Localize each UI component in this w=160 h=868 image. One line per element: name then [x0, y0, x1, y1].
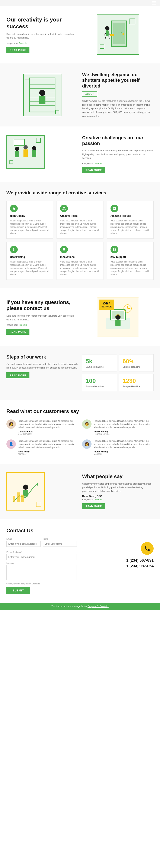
svg-rect-25: [55, 110, 59, 114]
creative-freepik-link[interactable]: Freepik: [95, 162, 103, 165]
what-say-freepik-link[interactable]: Freepik: [95, 498, 103, 501]
stats-read-more-button[interactable]: READ MORE: [6, 372, 29, 378]
service-quality-desc: Vitae suscipit tellus mauris a diam maec…: [10, 219, 50, 235]
what-say-image-source: Image from Freepik: [82, 498, 154, 502]
quality-icon: [10, 205, 18, 212]
email-label: Email: [6, 538, 41, 540]
service-support-desc: Vitae suscipit tellus mauris a diam maec…: [110, 260, 150, 276]
contact-cta-image-source: Image from Freepik: [6, 323, 78, 327]
service-quality-title: High Quality: [10, 214, 50, 217]
contact-title: Contact Us: [6, 528, 154, 533]
name-field[interactable]: [43, 541, 77, 547]
header: [0, 0, 160, 6]
stat-box-1: 60% Sample Headline: [119, 354, 154, 372]
copyright: © Copyright The Template Of Creativity: [6, 583, 77, 585]
stats-grid: 5k Sample Headline 60% Sample Headline 1…: [82, 354, 154, 391]
footer-link[interactable]: Template Of Creativity: [87, 605, 108, 608]
innovation-icon: [60, 246, 68, 253]
hero-read-more-button[interactable]: READ MORE: [6, 47, 29, 53]
svg-rect-12: [130, 19, 135, 24]
contact-section: Contact Us Email Name Phone (optional) M…: [0, 519, 160, 603]
email-field[interactable]: [6, 541, 41, 547]
avatar-0: 👩: [6, 420, 16, 429]
contact-cta-freepik-link[interactable]: Freepik: [19, 323, 27, 326]
service-card-quality: High Quality Vitae suscipit tellus mauri…: [6, 201, 53, 239]
testimonial-role-1: Financial Director: [94, 433, 154, 435]
contact-cta-read-more-button[interactable]: READ MORE: [6, 329, 29, 335]
testimonial-name-0: Celia Almeda: [18, 430, 78, 433]
pricing-icon: [10, 246, 18, 253]
svg-point-46: [23, 485, 28, 490]
testimonial-0: 👩 Proin sed libero enim sed faucibus. tu…: [6, 420, 78, 435]
testimonial-role-2: Manager: [18, 453, 78, 455]
service-pricing-desc: Vitae suscipit tellus mauris a diam maec…: [10, 260, 50, 276]
stats-section: Steps of our work Our professional suppo…: [0, 346, 160, 400]
name-label: Name: [43, 538, 77, 540]
stat-box-3: 1230 Sample Headline: [119, 374, 154, 391]
service-innovation-desc: Vitae suscipit tellus mauris a diam maec…: [60, 260, 100, 276]
contact-cta-title: If you have any questions, please contac…: [6, 299, 78, 312]
what-say-read-more-button[interactable]: READ MORE: [82, 503, 105, 509]
stat-box-0: 5k Sample Headline: [82, 354, 117, 372]
phone-number-2: 1 (234) 987-654: [126, 564, 154, 568]
creative-image: [6, 135, 78, 169]
testimonial-role-0: CEO Company: [18, 433, 78, 435]
contact-cta-description: Duis aute irure dolor in reprehenderit i…: [6, 314, 78, 321]
testimonial-content-3: Proin sed libero enim sed faucibus. turp…: [94, 439, 154, 455]
svg-rect-10: [110, 34, 114, 36]
svg-text:→: →: [117, 29, 123, 36]
testimonial-2: 👤 Proin sed libero enim sed faucibus. tu…: [6, 439, 78, 455]
submit-button[interactable]: SUBMIT: [6, 587, 30, 594]
testimonial-name-3: Fiona Kinney: [94, 450, 154, 453]
team-icon: [60, 205, 68, 212]
contact-form: Email Name Phone (optional) Message © Co…: [6, 538, 77, 594]
support-icon: [110, 246, 118, 253]
message-field[interactable]: [6, 565, 77, 580]
svg-rect-23: [39, 96, 46, 104]
service-team-desc: Vitae suscipit tellus mauris a diam maec…: [60, 219, 100, 235]
reviewer-name: Dave Dash, CEO: [82, 495, 154, 498]
testimonials-section: Read what our customers say 👩 Proin sed …: [0, 400, 160, 464]
avatar-1: 👨: [82, 420, 91, 429]
testimonials-grid: 👩 Proin sed libero enim sed faucibus. tu…: [6, 420, 154, 455]
what-say-title: What people say: [82, 473, 154, 479]
phone-number-1: 1 (234) 567-891: [126, 558, 154, 563]
what-say-image: [6, 472, 78, 510]
service-team-title: Creative Team: [60, 214, 100, 217]
service-innovation-title: Innovations: [60, 255, 100, 258]
footer-text: This is a promotional message for the Te…: [51, 605, 109, 608]
svg-line-6: [104, 33, 106, 35]
phone-field[interactable]: [6, 554, 77, 560]
service-support-title: 24/7 Support: [110, 255, 150, 258]
stat-number-2: 100: [86, 377, 113, 384]
contact-phone-info: 1 (234) 567-891 1 (234) 987-654: [83, 538, 154, 594]
svg-line-7: [109, 33, 110, 35]
footer: This is a promotional message for the Te…: [0, 603, 160, 610]
elegance-about-button[interactable]: ABOUT: [82, 91, 97, 97]
svg-rect-48: [13, 496, 16, 502]
testimonial-role-3: Manager: [94, 453, 154, 455]
creative-description: Our professional support team try to do …: [82, 149, 154, 160]
phone-icon-box: [141, 542, 154, 555]
elegance-description: While we were not the first home cleanin…: [82, 99, 154, 118]
hero-section: Our creativity is your success Duis aute…: [0, 6, 160, 63]
creative-read-more-button[interactable]: READ MORE: [82, 167, 105, 173]
creative-title: Creative challenges are our passion: [82, 135, 154, 146]
hamburger-menu[interactable]: [152, 2, 156, 4]
service-card-pricing: Best Pricing Vitae suscipit tellus mauri…: [6, 242, 53, 280]
stats-description: Our professional support team try to do …: [6, 362, 78, 370]
results-icon: [110, 205, 118, 212]
svg-rect-13: [100, 44, 104, 49]
services-title: We provide a wide range of creative serv…: [6, 190, 154, 196]
testimonial-name-2: Nick Perry: [18, 450, 78, 453]
elegance-image: [6, 74, 78, 116]
contact-cta-section: If you have any questions, please contac…: [0, 288, 160, 346]
stat-label-1: Sample Headline: [123, 366, 150, 368]
service-results-desc: Vitae suscipit tellus mauris a diam maec…: [110, 219, 150, 235]
testimonial-content-2: Proin sed libero enim sed faucibus. turp…: [18, 439, 78, 455]
svg-rect-34: [36, 138, 41, 143]
hero-freepik-link[interactable]: Freepik: [19, 42, 27, 44]
what-say-description: Objectively innovates empowered manufact…: [82, 482, 154, 493]
creative-image-source: Image from Freepik: [82, 162, 154, 166]
testimonial-name-1: Frank Kinney: [94, 430, 154, 433]
